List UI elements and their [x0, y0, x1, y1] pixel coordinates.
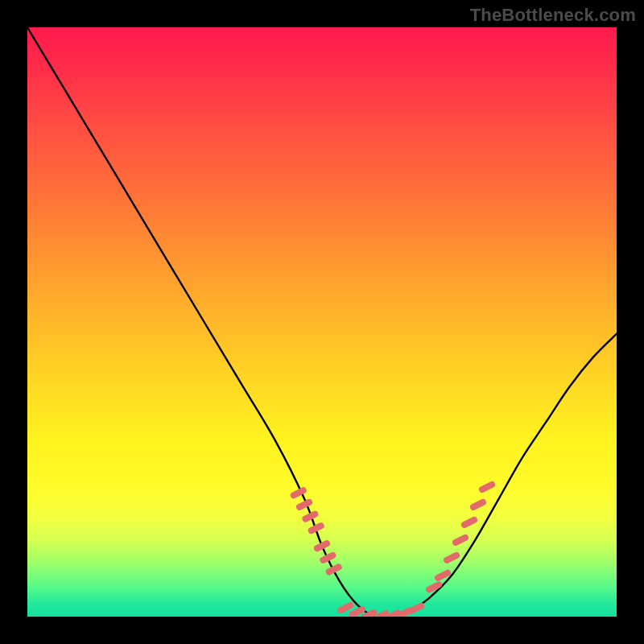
svg-line-20	[411, 606, 421, 611]
svg-line-1	[299, 502, 309, 507]
svg-line-16	[365, 613, 374, 617]
svg-line-10	[456, 538, 465, 543]
svg-line-14	[341, 605, 350, 610]
svg-line-2	[305, 514, 315, 519]
svg-line-12	[473, 502, 483, 507]
svg-line-0	[294, 490, 303, 495]
svg-line-9	[447, 555, 456, 560]
svg-line-4	[317, 543, 327, 548]
svg-line-17	[376, 613, 386, 617]
bottleneck-curve	[27, 27, 617, 617]
svg-line-7	[429, 584, 439, 589]
plot-area	[27, 27, 617, 617]
svg-line-18	[388, 613, 398, 617]
svg-line-8	[438, 573, 448, 578]
svg-line-13	[482, 485, 492, 489]
svg-line-3	[312, 526, 321, 530]
chart-frame: TheBottleneck.com	[0, 0, 644, 644]
svg-line-19	[399, 611, 409, 616]
svg-line-15	[353, 609, 362, 614]
svg-line-5	[323, 555, 332, 560]
watermark-text: TheBottleneck.com	[470, 5, 636, 26]
svg-line-11	[464, 520, 474, 525]
svg-line-6	[329, 567, 339, 572]
